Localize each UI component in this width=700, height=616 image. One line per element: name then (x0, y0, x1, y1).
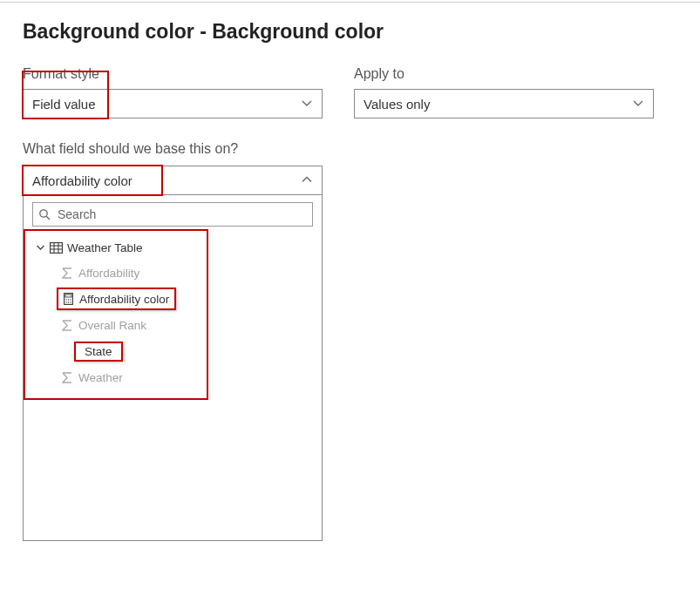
tree-leaf-label: Weather (78, 371, 123, 384)
svg-point-14 (70, 301, 71, 302)
svg-point-0 (40, 210, 47, 217)
apply-to-select[interactable]: Values only (354, 89, 654, 118)
chevron-down-icon (301, 98, 313, 110)
tree-table-label: Weather Table (67, 241, 143, 254)
format-style-value: Field value (32, 97, 96, 112)
chevron-up-icon (301, 173, 313, 188)
format-style-label: Format style (23, 66, 323, 82)
tree-leaf-overall-rank[interactable]: Overall Rank (57, 312, 318, 338)
search-input[interactable] (56, 206, 307, 222)
tree-leaf-weather[interactable]: Weather (57, 364, 318, 390)
tree-leaf-affordability-color[interactable]: Affordability color (57, 286, 318, 312)
sigma-icon (62, 372, 72, 383)
svg-point-13 (68, 301, 69, 302)
tree-leaf-label: Overall Rank (78, 319, 146, 332)
svg-line-1 (46, 216, 50, 220)
field-question-label: What field should we base this on? (23, 141, 677, 157)
tree-leaf-label: Affordability (78, 267, 139, 280)
tree-leaf-label: Affordability color (79, 293, 169, 306)
field-select-header[interactable]: Affordability color (23, 166, 323, 195)
apply-to-label: Apply to (354, 66, 654, 82)
svg-rect-2 (51, 242, 63, 253)
field-select-value: Affordability color (32, 173, 133, 188)
calculator-icon (64, 293, 73, 305)
chevron-down-icon (632, 98, 644, 110)
search-input-wrap[interactable] (32, 202, 313, 227)
dialog-title: Background color - Background color (23, 20, 677, 44)
svg-point-10 (68, 299, 69, 300)
sigma-icon (62, 267, 72, 279)
svg-point-9 (65, 299, 66, 300)
tree-leaf-label: State (85, 345, 112, 358)
svg-rect-8 (65, 294, 71, 297)
format-style-select[interactable]: Field value (23, 89, 323, 118)
tree-leaf-state[interactable]: State (57, 338, 318, 364)
svg-point-12 (65, 301, 66, 302)
field-dropdown-panel: Weather Table Affordability (23, 194, 323, 541)
apply-to-value: Values only (364, 97, 430, 112)
tree-leaf-affordability[interactable]: Affordability (57, 260, 318, 286)
table-icon (50, 242, 63, 254)
search-icon (38, 208, 51, 220)
field-tree: Weather Table Affordability (24, 230, 322, 390)
svg-point-11 (70, 299, 71, 300)
sigma-icon (62, 320, 72, 331)
tree-table-node[interactable]: Weather Table (32, 235, 318, 260)
chevron-down-icon (36, 243, 45, 253)
